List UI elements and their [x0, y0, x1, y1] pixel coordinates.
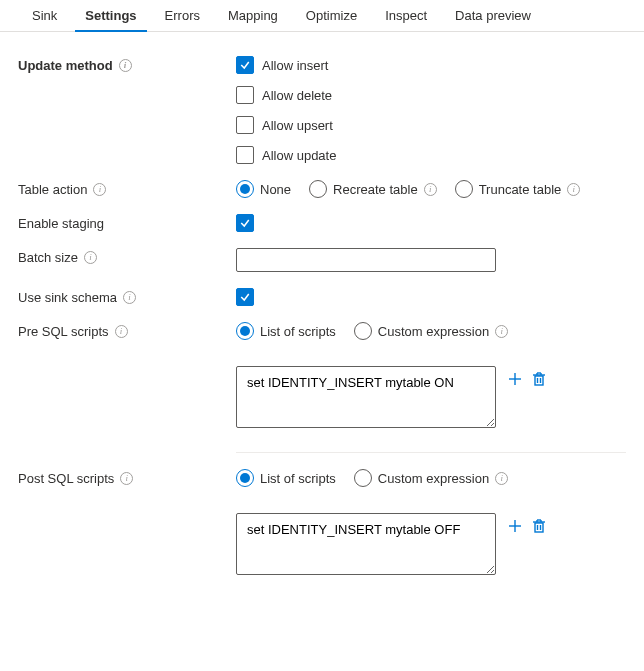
label-text: Use sink schema: [18, 290, 117, 305]
enable-staging-label: Enable staging: [18, 214, 236, 231]
table-action-truncate-radio[interactable]: [455, 180, 473, 198]
pre-sql-list-radio[interactable]: [236, 322, 254, 340]
info-icon[interactable]: [115, 325, 128, 338]
delete-icon[interactable]: [530, 517, 548, 535]
tab-sink[interactable]: Sink: [18, 0, 71, 31]
svg-rect-2: [535, 376, 543, 385]
allow-update-label: Allow update: [262, 148, 336, 163]
allow-delete-label: Allow delete: [262, 88, 332, 103]
table-action-recreate-label: Recreate table: [333, 182, 418, 197]
delete-icon[interactable]: [530, 370, 548, 388]
batch-size-label: Batch size: [18, 248, 236, 265]
divider: [236, 452, 626, 453]
allow-insert-checkbox[interactable]: [236, 56, 254, 74]
info-icon[interactable]: [567, 183, 580, 196]
enable-staging-checkbox[interactable]: [236, 214, 254, 232]
update-method-label: Update method: [18, 56, 236, 73]
label-text: Batch size: [18, 250, 78, 265]
info-icon[interactable]: [495, 325, 508, 338]
pre-sql-list-label: List of scripts: [260, 324, 336, 339]
tab-inspect[interactable]: Inspect: [371, 0, 441, 31]
table-action-none-radio[interactable]: [236, 180, 254, 198]
info-icon[interactable]: [495, 472, 508, 485]
settings-form: Update method Allow insert Allow delete …: [0, 32, 644, 621]
info-icon[interactable]: [119, 59, 132, 72]
pre-sql-script-input[interactable]: [236, 366, 496, 428]
label-text: Update method: [18, 58, 113, 73]
tab-bar: Sink Settings Errors Mapping Optimize In…: [0, 0, 644, 32]
tab-errors[interactable]: Errors: [151, 0, 214, 31]
use-sink-schema-label: Use sink schema: [18, 288, 236, 305]
label-text: Pre SQL scripts: [18, 324, 109, 339]
svg-rect-11: [535, 523, 543, 532]
table-action-none-label: None: [260, 182, 291, 197]
info-icon[interactable]: [123, 291, 136, 304]
plus-icon[interactable]: [506, 370, 524, 388]
allow-insert-label: Allow insert: [262, 58, 328, 73]
post-sql-list-radio[interactable]: [236, 469, 254, 487]
post-sql-custom-radio[interactable]: [354, 469, 372, 487]
use-sink-schema-checkbox[interactable]: [236, 288, 254, 306]
label-text: Table action: [18, 182, 87, 197]
info-icon[interactable]: [93, 183, 106, 196]
plus-icon[interactable]: [506, 517, 524, 535]
tab-optimize[interactable]: Optimize: [292, 0, 371, 31]
batch-size-input[interactable]: [236, 248, 496, 272]
table-action-label: Table action: [18, 180, 236, 197]
tab-settings[interactable]: Settings: [71, 0, 150, 31]
table-action-truncate-label: Truncate table: [479, 182, 562, 197]
allow-update-checkbox[interactable]: [236, 146, 254, 164]
label-text: Post SQL scripts: [18, 471, 114, 486]
pre-sql-label: Pre SQL scripts: [18, 322, 236, 339]
post-sql-script-input[interactable]: [236, 513, 496, 575]
post-sql-custom-label: Custom expression: [378, 471, 489, 486]
pre-sql-custom-label: Custom expression: [378, 324, 489, 339]
tab-mapping[interactable]: Mapping: [214, 0, 292, 31]
pre-sql-custom-radio[interactable]: [354, 322, 372, 340]
label-text: Enable staging: [18, 216, 104, 231]
info-icon[interactable]: [84, 251, 97, 264]
allow-upsert-label: Allow upsert: [262, 118, 333, 133]
info-icon[interactable]: [120, 472, 133, 485]
allow-upsert-checkbox[interactable]: [236, 116, 254, 134]
table-action-recreate-radio[interactable]: [309, 180, 327, 198]
post-sql-label: Post SQL scripts: [18, 469, 236, 486]
post-sql-list-label: List of scripts: [260, 471, 336, 486]
tab-data-preview[interactable]: Data preview: [441, 0, 545, 31]
allow-delete-checkbox[interactable]: [236, 86, 254, 104]
info-icon[interactable]: [424, 183, 437, 196]
